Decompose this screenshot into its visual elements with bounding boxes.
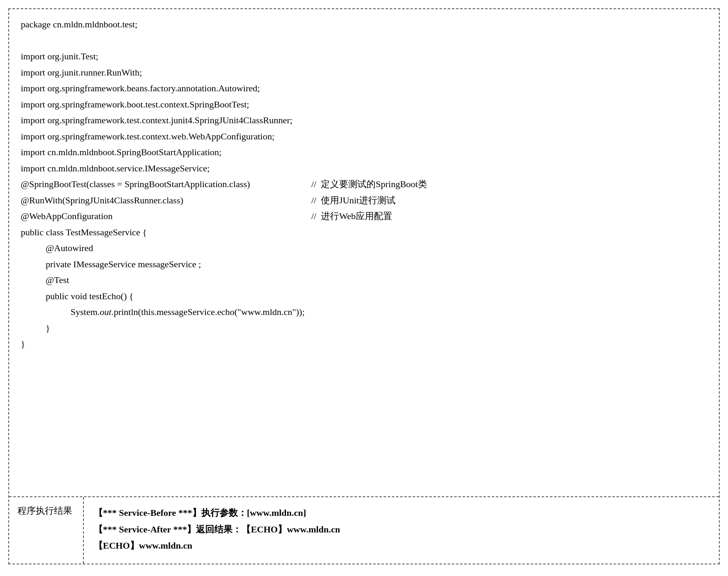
code-text-1: package cn.mldn.mldnboot.test;	[21, 17, 137, 33]
result-line-2: 【*** Service-After ***】返回结果：【ECHO】www.ml…	[94, 521, 709, 538]
italic-out: out	[100, 307, 111, 317]
code-line-4: import org.junit.runner.RunWith;	[21, 65, 707, 81]
code-line-14: public class TestMessageService {	[21, 225, 707, 241]
code-line-13: @WebAppConfiguration // 进行Web应用配置	[21, 208, 707, 225]
code-line-17: @Test	[21, 272, 707, 288]
code-line-blank	[21, 33, 707, 49]
code-line-12: @RunWith(SpringJUnit4ClassRunner.class) …	[21, 193, 707, 209]
code-line-11: @SpringBootTest(classes = SpringBootStar…	[21, 176, 707, 193]
main-container: package cn.mldn.mldnboot.test; import or…	[8, 8, 720, 564]
code-line-6: import org.springframework.boot.test.con…	[21, 97, 707, 113]
code-line-7: import org.springframework.test.context.…	[21, 112, 707, 129]
code-line-3: import org.junit.Test;	[21, 49, 707, 65]
code-line-5: import org.springframework.beans.factory…	[21, 81, 707, 97]
code-line-9: import cn.mldn.mldnboot.SpringBootStartA…	[21, 144, 707, 161]
code-line-20: }	[21, 320, 707, 337]
code-line-1: package cn.mldn.mldnboot.test;	[21, 17, 707, 33]
result-line-1: 【*** Service-Before ***】执行参数：[www.mldn.c…	[94, 505, 709, 521]
result-line-3: 【ECHO】www.mldn.cn	[94, 537, 709, 554]
code-line-8: import org.springframework.test.context.…	[21, 129, 707, 145]
result-content: 【*** Service-Before ***】执行参数：[www.mldn.c…	[84, 497, 719, 564]
result-label: 程序执行结果	[9, 497, 84, 564]
code-line-10: import cn.mldn.mldnboot.service.IMessage…	[21, 161, 707, 177]
code-section: package cn.mldn.mldnboot.test; import or…	[9, 9, 719, 497]
code-line-19: System.out.println(this.messageService.e…	[21, 304, 707, 320]
code-line-16: private IMessageService messageService ;	[21, 256, 707, 273]
result-section: 程序执行结果 【*** Service-Before ***】执行参数：[www…	[9, 497, 719, 564]
code-line-15: @Autowired	[21, 240, 707, 256]
code-line-18: public void testEcho() {	[21, 288, 707, 305]
code-line-21: }	[21, 336, 707, 352]
